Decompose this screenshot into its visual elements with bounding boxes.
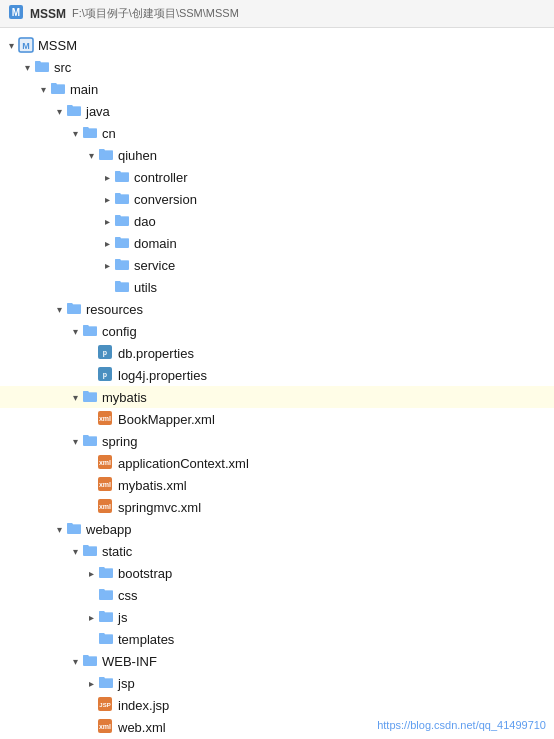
tree-label: main [70,82,98,97]
tree-label: web.xml [118,720,166,735]
svg-text:p: p [103,349,107,357]
tree-item-qiuhen[interactable]: qiuhen [0,144,554,166]
tree-item-jsp[interactable]: jsp [0,672,554,694]
svg-text:M: M [22,41,30,51]
tree-label: index.jsp [118,698,169,713]
tree-label: log4j.properties [118,368,207,383]
tree-label: applicationContext.xml [118,456,249,471]
tree-label: db.properties [118,346,194,361]
tree-label: service [134,258,175,273]
tree-item-config[interactable]: config [0,320,554,342]
tree-label: static [102,544,132,559]
tree-item-spring[interactable]: spring [0,430,554,452]
tree-item-springmvc-xml[interactable]: xml springmvc.xml [0,496,554,518]
svg-text:xml: xml [99,415,111,422]
tree-item-index-jsp[interactable]: JSP index.jsp [0,694,554,716]
tree-label: conversion [134,192,197,207]
svg-text:xml: xml [99,459,111,466]
svg-text:xml: xml [99,481,111,488]
tree-item-templates[interactable]: templates [0,628,554,650]
tree-item-cn[interactable]: cn [0,122,554,144]
title-bar: M MSSM F:\项目例子\创建项目\SSM\MSSM [0,0,554,28]
tree-label: utils [134,280,157,295]
tree-item-mybatis-xml[interactable]: xml mybatis.xml [0,474,554,496]
tree-label: jsp [118,676,135,691]
tree-item-service[interactable]: service [0,254,554,276]
tree-item-mssm[interactable]: M MSSM [0,34,554,56]
tree-label: WEB-INF [102,654,157,669]
svg-text:M: M [12,7,20,18]
tree-item-css[interactable]: css [0,584,554,606]
tree-label: config [102,324,137,339]
tree-label: mybatis.xml [118,478,187,493]
project-name: MSSM [30,7,66,21]
svg-text:xml: xml [99,503,111,510]
tree-label: domain [134,236,177,251]
tree-item-webapp[interactable]: webapp [0,518,554,540]
tree-label: resources [86,302,143,317]
tree-item-db-properties[interactable]: p db.properties [0,342,554,364]
tree-label: java [86,104,110,119]
tree-item-conversion[interactable]: conversion [0,188,554,210]
svg-text:JSP: JSP [99,702,110,708]
tree-label: js [118,610,127,625]
tree-item-static[interactable]: static [0,540,554,562]
tree-item-js[interactable]: js [0,606,554,628]
tree-label: BookMapper.xml [118,412,215,427]
tree-item-utils[interactable]: utils [0,276,554,298]
tree-item-domain[interactable]: domain [0,232,554,254]
tree-label: cn [102,126,116,141]
tree-item-bootstrap[interactable]: bootstrap [0,562,554,584]
tree-label: templates [118,632,174,647]
svg-text:xml: xml [99,723,111,730]
watermark: https://blog.csdn.net/qq_41499710 [377,719,546,731]
tree-item-main[interactable]: main [0,78,554,100]
tree-label: css [118,588,138,603]
file-tree: M MSSM src main java cn qiuhen controlle… [0,28,554,739]
tree-label: webapp [86,522,132,537]
tree-label: dao [134,214,156,229]
tree-item-log4j-properties[interactable]: p log4j.properties [0,364,554,386]
tree-item-WEB-INF[interactable]: WEB-INF [0,650,554,672]
tree-item-applicationContext-xml[interactable]: xml applicationContext.xml [0,452,554,474]
project-path: F:\项目例子\创建项目\SSM\MSSM [72,6,239,21]
svg-text:p: p [103,371,107,379]
tree-item-dao[interactable]: dao [0,210,554,232]
tree-label: controller [134,170,187,185]
tree-item-resources[interactable]: resources [0,298,554,320]
tree-label: qiuhen [118,148,157,163]
tree-label: bootstrap [118,566,172,581]
module-icon: M [8,4,24,23]
tree-label: springmvc.xml [118,500,201,515]
tree-item-src[interactable]: src [0,56,554,78]
tree-label: spring [102,434,137,449]
tree-item-controller[interactable]: controller [0,166,554,188]
tree-label: MSSM [38,38,77,53]
tree-item-java[interactable]: java [0,100,554,122]
tree-label: mybatis [102,390,147,405]
tree-item-mybatis[interactable]: mybatis [0,386,554,408]
tree-label: src [54,60,71,75]
tree-item-BookMapper-xml[interactable]: xml BookMapper.xml [0,408,554,430]
